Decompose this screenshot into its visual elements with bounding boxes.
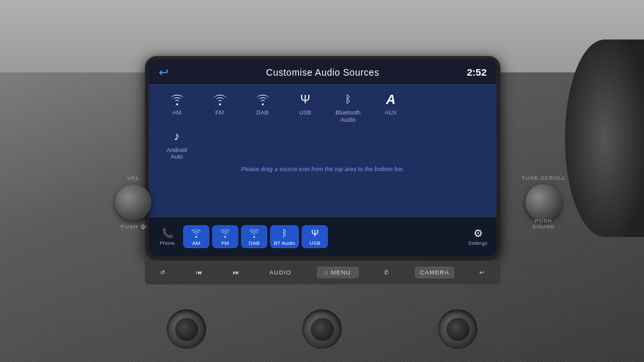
vent-left-inner xyxy=(175,318,198,341)
android-auto-label: Android Auto xyxy=(167,147,187,161)
tune-label-top: TUNE·SCROLL xyxy=(522,175,566,181)
bar-settings-label: Settings xyxy=(468,240,487,246)
am-icon xyxy=(170,91,184,107)
screen-content: AM FM DAB Ψ xyxy=(149,85,496,217)
vent-row xyxy=(119,309,525,349)
bar-settings[interactable]: ⚙ Settings xyxy=(464,225,491,248)
am-label: AM xyxy=(173,109,182,116)
dab-label: DAB xyxy=(256,109,269,116)
vol-label-top: VOL xyxy=(127,175,140,181)
aux-icon: A xyxy=(386,91,395,107)
bar-usb[interactable]: Ψ USB xyxy=(302,225,328,248)
bar-dab-label: DAB xyxy=(249,240,259,246)
vent-left[interactable] xyxy=(167,309,206,349)
next-physical-btn[interactable]: ⏭ xyxy=(228,267,245,278)
source-bluetooth[interactable]: ᛒ Bluetooth Audio xyxy=(330,91,366,124)
back-physical-btn[interactable]: ↺ xyxy=(155,267,171,278)
usb-label: USB xyxy=(299,109,311,116)
android-auto-icon: ♪ xyxy=(174,129,180,145)
vent-right-inner xyxy=(446,318,470,341)
dab-bar-icon xyxy=(247,227,261,239)
vent-center-inner xyxy=(311,318,334,341)
clock-display: 2:52 xyxy=(467,66,487,78)
settings-bar-icon: ⚙ xyxy=(473,227,483,239)
tune-knob[interactable]: TUNE·SCROLL PUSH SOUND xyxy=(525,184,562,220)
fm-label: FM xyxy=(215,109,224,116)
bar-usb-label: USB xyxy=(309,240,320,246)
bar-fm[interactable]: FM xyxy=(212,225,238,248)
vent-center[interactable] xyxy=(302,309,342,349)
camera-physical-btn[interactable]: CAMERA xyxy=(415,267,455,278)
bar-bt-audio[interactable]: ᛒ BT Audio xyxy=(270,225,299,248)
dashboard: ↩ Customise Audio Sources 2:52 AM xyxy=(0,0,644,362)
screen-header: ↩ Customise Audio Sources 2:52 xyxy=(149,60,496,85)
vol-label-bottom: PUSH ⏻ xyxy=(121,224,146,230)
source-am[interactable]: AM xyxy=(159,91,195,124)
physical-buttons-row: ↺ ⏮ ⏭ AUDIO ⌂ MENU ✆ CAMERA ↩ xyxy=(145,261,500,284)
audio-source-grid-row1: AM FM DAB Ψ xyxy=(159,91,487,124)
bluetooth-label: Bluetooth Audio xyxy=(335,109,360,124)
screen-display: ↩ Customise Audio Sources 2:52 AM xyxy=(149,60,496,256)
bar-bt-label: BT Audio xyxy=(274,240,295,246)
audio-source-grid-row2: ♪ Android Auto xyxy=(159,129,487,161)
bar-fm-label: FM xyxy=(221,240,229,246)
dab-icon xyxy=(255,91,270,107)
source-dab[interactable]: DAB xyxy=(244,91,281,124)
source-usb[interactable]: Ψ USB xyxy=(287,91,323,124)
fm-icon xyxy=(213,91,227,107)
source-aux[interactable]: A AUX xyxy=(373,91,409,124)
am-bar-icon xyxy=(189,227,203,239)
right-gauge xyxy=(565,39,644,237)
usb-bar-icon: Ψ xyxy=(311,227,319,239)
bar-phone-label: Phone xyxy=(159,240,174,246)
phone-bar-icon: 📞 xyxy=(162,227,173,239)
bar-phone[interactable]: 📞 Phone xyxy=(154,225,180,248)
vent-right[interactable] xyxy=(438,309,477,349)
source-android-auto[interactable]: ♪ Android Auto xyxy=(159,129,195,161)
audio-physical-btn[interactable]: AUDIO xyxy=(264,267,297,278)
bluetooth-icon: ᛒ xyxy=(345,91,352,107)
usb-icon: Ψ xyxy=(300,91,310,107)
drag-instruction: Please drag a source icon from the top a… xyxy=(159,166,487,172)
bar-am[interactable]: AM xyxy=(183,225,209,248)
call-physical-btn[interactable]: ✆ xyxy=(379,267,395,278)
aux-label: AUX xyxy=(385,109,397,116)
tune-label-bottom: PUSH SOUND xyxy=(525,218,562,230)
prev-physical-btn[interactable]: ⏮ xyxy=(191,267,208,278)
bar-dab[interactable]: DAB xyxy=(241,225,267,248)
source-fm[interactable]: FM xyxy=(201,91,238,124)
screen-title: Customise Audio Sources xyxy=(178,67,467,78)
bt-bar-icon: ᛒ xyxy=(282,227,287,239)
fm-bar-icon xyxy=(218,227,232,239)
screen-bezel: ↩ Customise Audio Sources 2:52 AM xyxy=(145,56,500,260)
vol-knob[interactable]: VOL PUSH ⏻ xyxy=(115,184,151,220)
menu-physical-btn[interactable]: ⌂ MENU xyxy=(317,267,359,278)
bottom-source-bar: 📞 Phone AM FM xyxy=(149,217,496,256)
bar-am-label: AM xyxy=(192,240,200,246)
back-button[interactable]: ↩ xyxy=(159,65,169,80)
return-physical-btn[interactable]: ↩ xyxy=(474,267,491,278)
